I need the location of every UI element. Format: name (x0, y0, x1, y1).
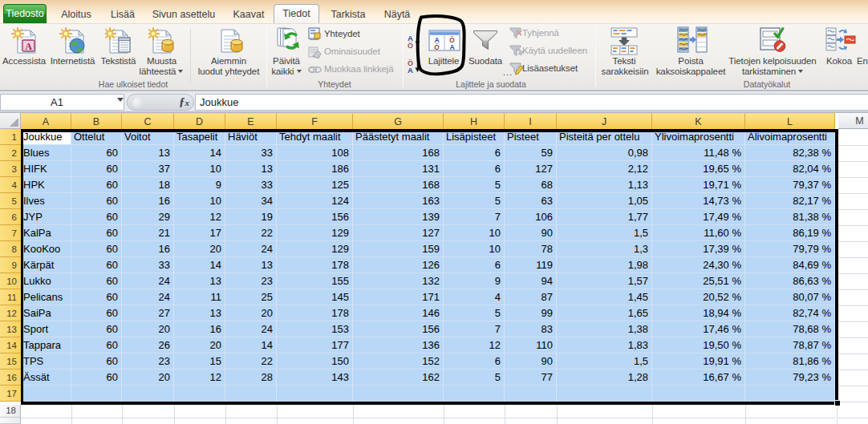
svg-text:A: A (25, 41, 32, 52)
